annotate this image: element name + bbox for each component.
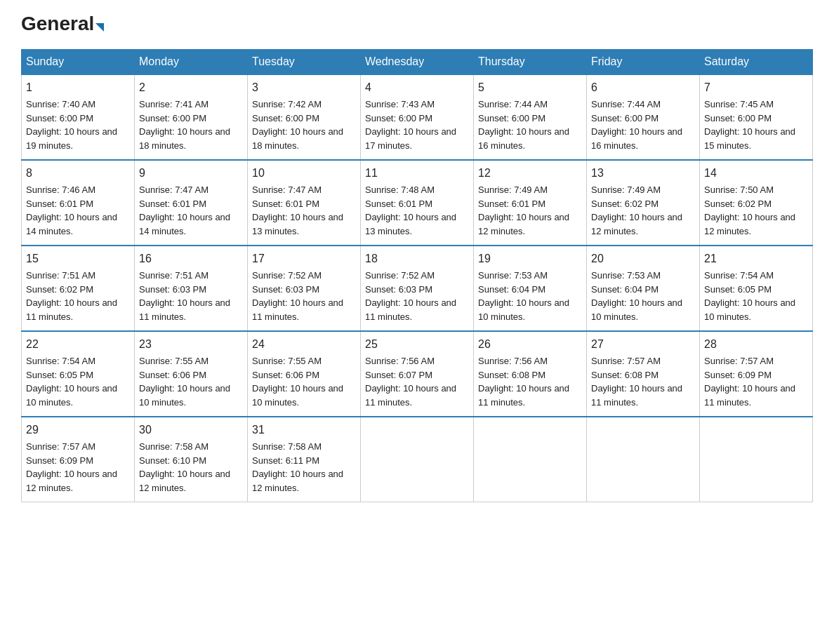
- day-info: Sunrise: 7:41 AMSunset: 6:00 PMDaylight:…: [139, 99, 230, 151]
- calendar-cell: 6Sunrise: 7:44 AMSunset: 6:00 PMDaylight…: [587, 74, 700, 160]
- day-number: 18: [365, 250, 469, 267]
- day-number: 5: [478, 79, 582, 96]
- week-row-3: 15Sunrise: 7:51 AMSunset: 6:02 PMDayligh…: [22, 246, 813, 331]
- day-number: 24: [252, 336, 356, 353]
- day-info: Sunrise: 7:54 AMSunset: 6:05 PMDaylight:…: [26, 356, 117, 408]
- calendar-cell: 27Sunrise: 7:57 AMSunset: 6:08 PMDayligh…: [587, 331, 700, 417]
- day-info: Sunrise: 7:56 AMSunset: 6:08 PMDaylight:…: [478, 356, 569, 408]
- calendar-cell: 26Sunrise: 7:56 AMSunset: 6:08 PMDayligh…: [474, 331, 587, 417]
- day-info: Sunrise: 7:46 AMSunset: 6:01 PMDaylight:…: [26, 185, 117, 236]
- calendar-cell: [474, 417, 587, 502]
- day-info: Sunrise: 7:51 AMSunset: 6:02 PMDaylight:…: [26, 270, 117, 322]
- day-number: 28: [704, 336, 808, 353]
- calendar-table: SundayMondayTuesdayWednesdayThursdayFrid…: [21, 49, 813, 502]
- day-number: 30: [139, 422, 243, 438]
- day-info: Sunrise: 7:45 AMSunset: 6:00 PMDaylight:…: [704, 99, 795, 151]
- day-info: Sunrise: 7:47 AMSunset: 6:01 PMDaylight:…: [139, 185, 230, 236]
- day-info: Sunrise: 7:44 AMSunset: 6:00 PMDaylight:…: [478, 99, 569, 151]
- day-number: 12: [478, 165, 582, 182]
- day-info: Sunrise: 7:50 AMSunset: 6:02 PMDaylight:…: [704, 185, 795, 236]
- day-info: Sunrise: 7:56 AMSunset: 6:07 PMDaylight:…: [365, 356, 456, 408]
- day-info: Sunrise: 7:47 AMSunset: 6:01 PMDaylight:…: [252, 185, 343, 236]
- day-info: Sunrise: 7:55 AMSunset: 6:06 PMDaylight:…: [252, 356, 343, 408]
- day-number: 22: [26, 336, 130, 353]
- day-number: 6: [591, 79, 695, 96]
- calendar-cell: 10Sunrise: 7:47 AMSunset: 6:01 PMDayligh…: [248, 160, 361, 246]
- day-number: 16: [139, 250, 243, 267]
- day-number: 25: [365, 336, 469, 353]
- day-info: Sunrise: 7:48 AMSunset: 6:01 PMDaylight:…: [365, 185, 456, 236]
- day-number: 8: [26, 165, 130, 182]
- day-header-sunday: Sunday: [22, 50, 135, 75]
- calendar-cell: 15Sunrise: 7:51 AMSunset: 6:02 PMDayligh…: [22, 246, 135, 331]
- calendar-cell: 2Sunrise: 7:41 AMSunset: 6:00 PMDaylight…: [135, 74, 248, 160]
- calendar-cell: 23Sunrise: 7:55 AMSunset: 6:06 PMDayligh…: [135, 331, 248, 417]
- day-info: Sunrise: 7:51 AMSunset: 6:03 PMDaylight:…: [139, 270, 230, 322]
- day-info: Sunrise: 7:49 AMSunset: 6:01 PMDaylight:…: [478, 185, 569, 236]
- day-info: Sunrise: 7:54 AMSunset: 6:05 PMDaylight:…: [704, 270, 795, 322]
- calendar-cell: 30Sunrise: 7:58 AMSunset: 6:10 PMDayligh…: [135, 417, 248, 502]
- day-number: 4: [365, 79, 469, 96]
- calendar-cell: 19Sunrise: 7:53 AMSunset: 6:04 PMDayligh…: [474, 246, 587, 331]
- day-info: Sunrise: 7:55 AMSunset: 6:06 PMDaylight:…: [139, 356, 230, 408]
- day-header-monday: Monday: [135, 50, 248, 75]
- day-number: 10: [252, 165, 356, 182]
- calendar-cell: 14Sunrise: 7:50 AMSunset: 6:02 PMDayligh…: [700, 160, 813, 246]
- day-number: 19: [478, 250, 582, 267]
- day-info: Sunrise: 7:49 AMSunset: 6:02 PMDaylight:…: [591, 185, 682, 236]
- calendar-cell: 20Sunrise: 7:53 AMSunset: 6:04 PMDayligh…: [587, 246, 700, 331]
- week-row-1: 1Sunrise: 7:40 AMSunset: 6:00 PMDaylight…: [22, 74, 813, 160]
- logo-general: General: [21, 13, 104, 34]
- day-number: 1: [26, 79, 130, 96]
- calendar-cell: [700, 417, 813, 502]
- day-number: 27: [591, 336, 695, 353]
- calendar-cell: 22Sunrise: 7:54 AMSunset: 6:05 PMDayligh…: [22, 331, 135, 417]
- calendar-cell: 7Sunrise: 7:45 AMSunset: 6:00 PMDaylight…: [700, 74, 813, 160]
- day-info: Sunrise: 7:52 AMSunset: 6:03 PMDaylight:…: [252, 270, 343, 322]
- day-number: 13: [591, 165, 695, 182]
- day-number: 3: [252, 79, 356, 96]
- day-info: Sunrise: 7:52 AMSunset: 6:03 PMDaylight:…: [365, 270, 456, 322]
- day-header-tuesday: Tuesday: [248, 50, 361, 75]
- calendar-cell: 21Sunrise: 7:54 AMSunset: 6:05 PMDayligh…: [700, 246, 813, 331]
- week-row-5: 29Sunrise: 7:57 AMSunset: 6:09 PMDayligh…: [22, 417, 813, 502]
- calendar-cell: 31Sunrise: 7:58 AMSunset: 6:11 PMDayligh…: [248, 417, 361, 502]
- day-number: 20: [591, 250, 695, 267]
- day-info: Sunrise: 7:58 AMSunset: 6:11 PMDaylight:…: [252, 441, 343, 493]
- week-row-4: 22Sunrise: 7:54 AMSunset: 6:05 PMDayligh…: [22, 331, 813, 417]
- day-number: 14: [704, 165, 808, 182]
- day-number: 2: [139, 79, 243, 96]
- day-info: Sunrise: 7:57 AMSunset: 6:08 PMDaylight:…: [591, 356, 682, 408]
- day-info: Sunrise: 7:57 AMSunset: 6:09 PMDaylight:…: [26, 441, 117, 493]
- calendar-cell: 18Sunrise: 7:52 AMSunset: 6:03 PMDayligh…: [361, 246, 474, 331]
- calendar-cell: 4Sunrise: 7:43 AMSunset: 6:00 PMDaylight…: [361, 74, 474, 160]
- calendar-cell: 29Sunrise: 7:57 AMSunset: 6:09 PMDayligh…: [22, 417, 135, 502]
- day-header-wednesday: Wednesday: [361, 50, 474, 75]
- day-number: 11: [365, 165, 469, 182]
- day-info: Sunrise: 7:42 AMSunset: 6:00 PMDaylight:…: [252, 99, 343, 151]
- calendar-cell: 16Sunrise: 7:51 AMSunset: 6:03 PMDayligh…: [135, 246, 248, 331]
- day-number: 15: [26, 250, 130, 267]
- day-info: Sunrise: 7:57 AMSunset: 6:09 PMDaylight:…: [704, 356, 795, 408]
- calendar-cell: 8Sunrise: 7:46 AMSunset: 6:01 PMDaylight…: [22, 160, 135, 246]
- day-number: 17: [252, 250, 356, 267]
- calendar-cell: 12Sunrise: 7:49 AMSunset: 6:01 PMDayligh…: [474, 160, 587, 246]
- day-number: 7: [704, 79, 808, 96]
- day-header-thursday: Thursday: [474, 50, 587, 75]
- day-number: 31: [252, 422, 356, 438]
- calendar-cell: [587, 417, 700, 502]
- day-number: 9: [139, 165, 243, 182]
- calendar-cell: 24Sunrise: 7:55 AMSunset: 6:06 PMDayligh…: [248, 331, 361, 417]
- day-info: Sunrise: 7:58 AMSunset: 6:10 PMDaylight:…: [139, 441, 230, 493]
- calendar-cell: 28Sunrise: 7:57 AMSunset: 6:09 PMDayligh…: [700, 331, 813, 417]
- day-info: Sunrise: 7:43 AMSunset: 6:00 PMDaylight:…: [365, 99, 456, 151]
- calendar-cell: 25Sunrise: 7:56 AMSunset: 6:07 PMDayligh…: [361, 331, 474, 417]
- calendar-cell: 5Sunrise: 7:44 AMSunset: 6:00 PMDaylight…: [474, 74, 587, 160]
- calendar-cell: 9Sunrise: 7:47 AMSunset: 6:01 PMDaylight…: [135, 160, 248, 246]
- day-number: 23: [139, 336, 243, 353]
- calendar-cell: 13Sunrise: 7:49 AMSunset: 6:02 PMDayligh…: [587, 160, 700, 246]
- day-number: 26: [478, 336, 582, 353]
- page-header: General: [21, 14, 813, 35]
- calendar-cell: 1Sunrise: 7:40 AMSunset: 6:00 PMDaylight…: [22, 74, 135, 160]
- week-row-2: 8Sunrise: 7:46 AMSunset: 6:01 PMDaylight…: [22, 160, 813, 246]
